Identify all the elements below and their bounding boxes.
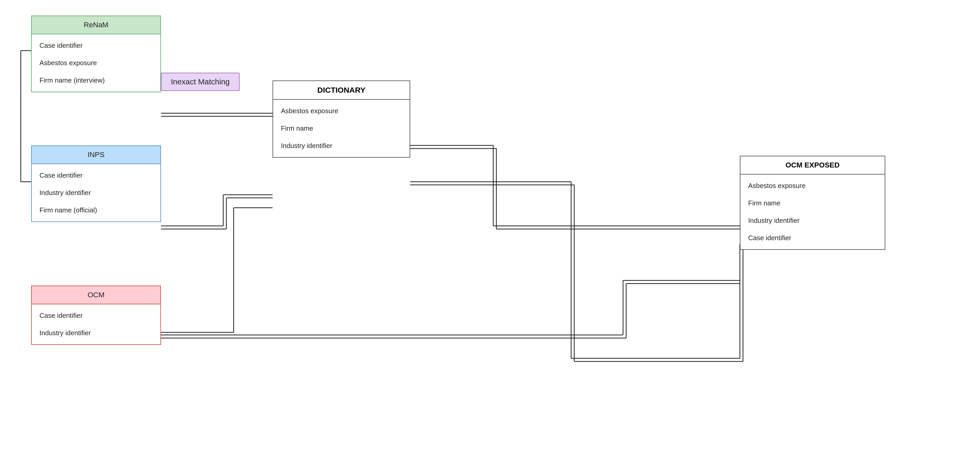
dictionary-field-2: Industry identifier — [281, 137, 402, 154]
inexact-matching-label: Inexact Matching — [161, 73, 240, 91]
ocm-box: OCM Case identifier Industry identifier — [31, 286, 161, 345]
ocm-title: OCM — [32, 286, 161, 304]
diagram-container: ReNaM Case identifier Asbestos exposure … — [0, 0, 980, 457]
inps-title: INPS — [32, 146, 161, 164]
ocm-exposed-box: OCM EXPOSED Asbestos exposure Firm name … — [740, 156, 885, 250]
renam-field-1: Asbestos exposure — [40, 54, 153, 72]
ocm-exposed-field-1: Firm name — [748, 194, 877, 212]
renam-box: ReNaM Case identifier Asbestos exposure … — [31, 16, 161, 92]
ocm-body: Case identifier Industry identifier — [32, 304, 161, 344]
ocm-field-1: Industry identifier — [40, 324, 153, 342]
dictionary-box: DICTIONARY Asbestos exposure Firm name I… — [273, 81, 410, 158]
inps-field-1: Industry identifier — [40, 184, 153, 202]
inps-field-0: Case identifier — [40, 167, 153, 184]
ocm-exposed-field-0: Asbestos exposure — [748, 177, 877, 194]
dictionary-field-1: Firm name — [281, 120, 402, 137]
renam-title: ReNaM — [32, 16, 161, 34]
inps-field-2: Firm name (official) — [40, 202, 153, 219]
ocm-exposed-field-3: Case identifier — [748, 229, 877, 247]
ocm-exposed-body: Asbestos exposure Firm name Industry ide… — [740, 175, 885, 249]
ocm-exposed-title: OCM EXPOSED — [740, 156, 885, 175]
dictionary-title: DICTIONARY — [273, 81, 410, 100]
ocm-field-0: Case identifier — [40, 307, 153, 324]
inps-body: Case identifier Industry identifier Firm… — [32, 164, 161, 221]
renam-field-0: Case identifier — [40, 37, 153, 54]
dictionary-field-0: Asbestos exposure — [281, 102, 402, 120]
dictionary-body: Asbestos exposure Firm name Industry ide… — [273, 100, 410, 157]
inps-box: INPS Case identifier Industry identifier… — [31, 145, 161, 222]
ocm-exposed-field-2: Industry identifier — [748, 212, 877, 229]
renam-body: Case identifier Asbestos exposure Firm n… — [32, 34, 161, 92]
renam-field-2: Firm name (interview) — [40, 72, 153, 89]
